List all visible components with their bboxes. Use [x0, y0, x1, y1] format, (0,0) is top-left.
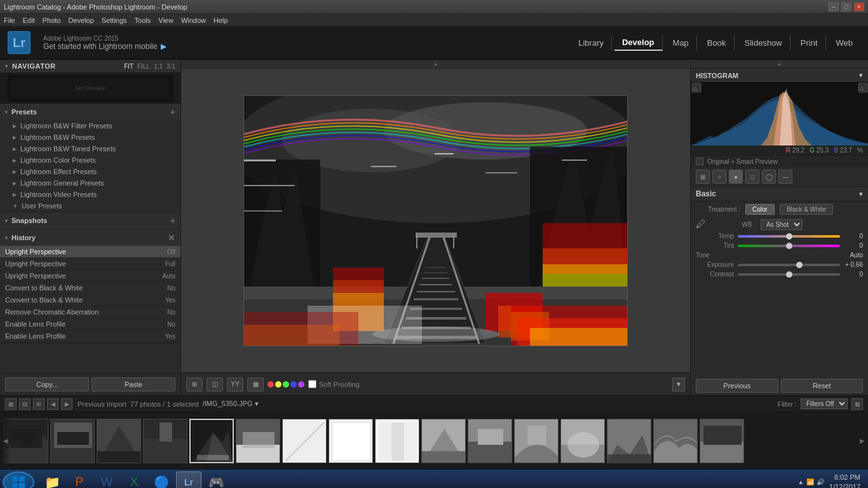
presets-header[interactable]: ▾ Presets +	[0, 104, 180, 120]
toolbar-down-arrow[interactable]: ▼	[672, 377, 685, 391]
filmstrip-thumb[interactable]	[282, 419, 327, 463]
menu-edit[interactable]: Edit	[23, 17, 35, 24]
filmstrip-thumb[interactable]	[607, 419, 651, 463]
tone-auto-button[interactable]: Auto	[850, 252, 863, 259]
menu-file[interactable]: File	[4, 17, 15, 24]
menu-tools[interactable]: Tools	[135, 17, 151, 24]
wb-select[interactable]: As Shot	[761, 219, 803, 230]
filmstrip-thumb[interactable]	[468, 419, 512, 463]
filmstrip-thumb[interactable]	[375, 419, 419, 463]
slideshow-button[interactable]: —	[778, 170, 792, 184]
taskbar-app-chrome[interactable]: 🔵	[149, 471, 174, 489]
filmstrip-thumb[interactable]	[236, 419, 280, 463]
soft-proofing-checkbox[interactable]	[308, 380, 316, 388]
exposure-slider-thumb[interactable]	[796, 262, 803, 268]
menu-window[interactable]: Window	[181, 17, 206, 24]
filmstrip-next-button[interactable]: ▶	[61, 398, 72, 410]
filmstrip-prev-button[interactable]: ◀	[47, 398, 58, 410]
preset-item[interactable]: ▶ Lightroom Video Presets	[0, 189, 180, 200]
snapshots-add-button[interactable]: +	[170, 215, 175, 226]
zoom-fit[interactable]: FIT	[124, 63, 133, 70]
menu-help[interactable]: Help	[214, 17, 228, 24]
filmstrip-thumb[interactable]	[514, 419, 559, 463]
taskbar-app-explorer[interactable]: 📁	[39, 471, 65, 489]
nav-develop[interactable]: Develop	[614, 35, 663, 51]
history-item[interactable]: Upright Perspective Off	[0, 246, 180, 258]
history-item[interactable]: Convert to Black & White Yes	[0, 294, 180, 306]
preset-item[interactable]: ▶ Lightroom B&W Toned Presets	[0, 143, 180, 154]
taskbar-app-powerpoint[interactable]: P	[67, 471, 92, 489]
basic-panel-header[interactable]: Basic ▾	[691, 187, 868, 201]
filmstrip-thumb[interactable]	[421, 419, 466, 463]
filmstrip-thumb-selected[interactable]	[189, 419, 234, 463]
taskbar-app-excel[interactable]: X	[121, 471, 147, 489]
system-clock[interactable]: 6:02 PM 1/12/2017	[829, 473, 860, 488]
history-item[interactable]: Upright Perspective Full	[0, 258, 180, 270]
copy-button[interactable]: Copy...	[5, 377, 89, 391]
tray-arrow[interactable]: ▲	[797, 478, 804, 485]
nav-print[interactable]: Print	[793, 36, 826, 50]
contrast-slider-thumb[interactable]	[786, 271, 792, 278]
get-started-text[interactable]: Get started with Lightroom mobile ▶	[43, 42, 166, 51]
smart-preview-check[interactable]	[696, 158, 703, 165]
color-label-yellow[interactable]	[275, 381, 281, 388]
nav-slideshow[interactable]: Slideshow	[737, 36, 790, 50]
minimize-button[interactable]: –	[829, 3, 839, 11]
bw-treatment-button[interactable]: Black & White	[780, 204, 833, 215]
compare-view-button[interactable]: □	[745, 170, 759, 184]
filename-dropdown-icon[interactable]: ▾	[255, 400, 259, 407]
taskbar-app-lightroom[interactable]: Lr	[176, 471, 201, 489]
photo-container[interactable]	[243, 95, 628, 346]
paste-button[interactable]: Paste	[92, 377, 175, 391]
preset-item[interactable]: ▶ Lightroom B&W Filter Presets	[0, 120, 180, 132]
temp-slider-thumb[interactable]	[786, 233, 792, 240]
view-mode-button2[interactable]: ▦	[247, 377, 264, 391]
menu-view[interactable]: View	[158, 17, 173, 24]
nav-library[interactable]: Library	[571, 36, 612, 50]
filmstrip-thumb[interactable]	[50, 419, 95, 463]
history-item[interactable]: Upright Perspective Auto	[0, 270, 180, 282]
eyedropper-icon[interactable]: 🖊	[696, 219, 706, 230]
preset-item[interactable]: ▶ Lightroom B&W Presets	[0, 132, 180, 143]
color-treatment-button[interactable]: Color	[745, 204, 775, 215]
history-item[interactable]: Enable Lens Profile Yes	[0, 330, 180, 342]
menu-develop[interactable]: Develop	[68, 17, 93, 24]
temp-slider-track[interactable]	[738, 235, 840, 238]
zoom-fill[interactable]: FILL	[137, 63, 150, 70]
zoom-3-1[interactable]: 3:1	[166, 63, 175, 70]
nav-map[interactable]: Map	[665, 36, 697, 50]
navigator-header[interactable]: ▾ Navigator FIT FILL 1:1 3:1	[0, 60, 180, 73]
right-top-collapse[interactable]: ▲	[691, 60, 868, 69]
filmstrip-layout-button[interactable]: ⊞	[33, 398, 44, 410]
taskbar-app-game[interactable]: 🎮	[203, 471, 229, 489]
filmstrip-scroll-right[interactable]: ▶	[857, 412, 868, 469]
nav-web[interactable]: Web	[829, 36, 861, 50]
contrast-slider-track[interactable]	[738, 273, 840, 276]
nav-book[interactable]: Book	[700, 36, 735, 50]
filmstrip-thumb[interactable]	[97, 419, 141, 463]
color-label-purple[interactable]	[298, 381, 304, 388]
preset-item[interactable]: ▶ Lightroom Color Presets	[0, 154, 180, 166]
filmstrip-scroll-left[interactable]: ◀	[0, 412, 11, 469]
start-button[interactable]	[3, 471, 34, 489]
before-after-button[interactable]: ◫	[207, 377, 223, 391]
zoom-1-1[interactable]: 1:1	[154, 63, 163, 70]
reset-button[interactable]: Reset	[781, 379, 864, 393]
history-header[interactable]: ▾ History ✕	[0, 229, 180, 246]
history-item[interactable]: Remove Chromatic Aberration No	[0, 306, 180, 318]
filmstrip-view-button[interactable]: ▤	[19, 398, 31, 410]
loupe-view-button[interactable]: ○	[712, 170, 726, 184]
grid-view-fs-button[interactable]: ▦	[5, 398, 17, 410]
crop-tool-button[interactable]: ⊞	[186, 377, 203, 391]
previous-button[interactable]: Previous	[696, 379, 778, 393]
before-after-button[interactable]: ●	[729, 170, 743, 184]
filmstrip-thumb[interactable]	[143, 419, 187, 463]
filter-settings-button[interactable]: ▦	[851, 398, 863, 410]
color-label-red[interactable]	[268, 381, 274, 388]
tint-slider-track[interactable]	[738, 245, 840, 247]
preset-item[interactable]: ▶ Lightroom Effect Presets	[0, 166, 180, 177]
presets-add-button[interactable]: +	[170, 107, 175, 117]
menu-settings[interactable]: Settings	[102, 17, 127, 24]
survey-view-button[interactable]: ◯	[762, 170, 776, 184]
filter-select[interactable]: Filters Off	[801, 398, 848, 409]
